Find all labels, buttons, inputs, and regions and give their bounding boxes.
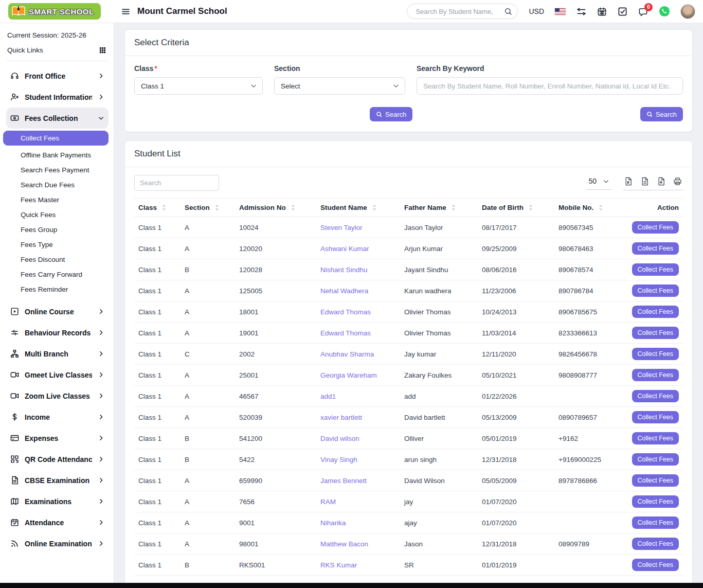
collect-fees-button[interactable]: Collect Fees — [632, 369, 679, 381]
sidebar-item-student-information[interactable]: Student Information — [6, 86, 109, 108]
student-name-link[interactable]: Steven Taylor — [320, 224, 363, 231]
sidebar-item-cbse-examination[interactable]: CBSE Examination — [6, 470, 109, 491]
calendar-icon[interactable] — [597, 7, 607, 16]
student-name-link[interactable]: Nehal Wadhera — [320, 287, 368, 295]
column-header-class[interactable]: Class — [134, 199, 181, 217]
student-name-link[interactable]: James Bennett — [320, 477, 367, 485]
logo-area: SMART SCHOOL — [0, 3, 114, 20]
user-avatar[interactable] — [681, 5, 695, 19]
sidebar-item-online-course[interactable]: Online Course — [6, 301, 109, 322]
class-select[interactable]: Class 1 — [134, 77, 263, 95]
section-select[interactable]: Select — [274, 77, 405, 95]
export-excel-icon[interactable] — [624, 177, 633, 186]
column-header-action: Action — [620, 199, 683, 217]
sidebar-subitem-quick-fees[interactable]: Quick Fees — [6, 207, 109, 222]
student-table: ClassSectionAdmission NoStudent NameFath… — [134, 198, 683, 576]
table-search-input[interactable] — [134, 175, 219, 191]
language-flag-icon[interactable] — [555, 8, 566, 15]
sidebar-subitem-fees-master[interactable]: Fees Master — [6, 192, 109, 207]
hamburger-menu-icon[interactable] — [121, 7, 130, 16]
sidebar-item-examinations[interactable]: Examinations — [6, 491, 109, 512]
export-pdf-icon[interactable] — [657, 177, 665, 186]
sidebar-subitem-search-due-fees[interactable]: Search Due Fees — [6, 177, 109, 192]
collect-fees-button[interactable]: Collect Fees — [632, 221, 679, 234]
column-header-student-name[interactable]: Student Name — [316, 199, 400, 217]
messages-icon[interactable]: 0 — [638, 7, 648, 16]
swap-arrows-icon[interactable] — [576, 7, 586, 16]
sidebar-item-expenses[interactable]: Expenses — [6, 427, 109, 449]
student-name-link[interactable]: David wilson — [320, 435, 359, 442]
student-name-link[interactable]: Matthew Bacon — [320, 540, 368, 548]
global-search-input[interactable] — [414, 7, 504, 16]
collect-fees-button[interactable]: Collect Fees — [632, 242, 679, 255]
sidebar-subitem-fees-carry-forward[interactable]: Fees Carry Forward — [6, 267, 109, 282]
student-name-link[interactable]: Edward Thomas — [320, 308, 371, 316]
collect-fees-button[interactable]: Collect Fees — [632, 411, 679, 423]
sidebar-item-fees-collection[interactable]: Fees Collection — [6, 108, 109, 129]
student-name-link[interactable]: Georgia Wareham — [320, 371, 377, 379]
student-name-link[interactable]: Ashwani Kumar — [320, 245, 369, 253]
collect-fees-button[interactable]: Collect Fees — [632, 474, 679, 487]
quick-links-label: Quick Links — [7, 46, 43, 54]
collect-fees-button[interactable]: Collect Fees — [632, 538, 679, 550]
main-content: Select Criteria Class* Class 1 Section S… — [114, 23, 703, 583]
keyword-input[interactable] — [417, 77, 683, 95]
student-name-link[interactable]: Nishant Sindhu — [320, 266, 368, 274]
sidebar-subitem-search-fees-payment[interactable]: Search Fees Payment — [6, 163, 109, 177]
collect-fees-button[interactable]: Collect Fees — [632, 306, 679, 318]
sidebar-item-online-examinations[interactable]: Online Examinations — [6, 533, 109, 554]
sidebar-subitem-collect-fees[interactable]: Collect Fees — [3, 131, 109, 146]
currency-selector[interactable]: USD — [529, 7, 544, 15]
quick-links[interactable]: Quick Links — [6, 45, 109, 61]
sidebar-menu: Front OfficeStudent InformationFees Coll… — [6, 65, 109, 554]
export-csv-icon[interactable] — [640, 177, 649, 186]
page-size-select[interactable]: 50 — [586, 176, 611, 190]
collect-fees-button[interactable]: Collect Fees — [632, 263, 679, 276]
search-button[interactable]: Search — [370, 107, 412, 121]
student-name-link[interactable]: RAM — [320, 498, 336, 506]
collect-fees-button[interactable]: Collect Fees — [632, 390, 679, 402]
sidebar-item-behaviour-records[interactable]: Behaviour Records — [6, 322, 109, 343]
column-header-section[interactable]: Section — [181, 199, 235, 217]
sidebar-item-income[interactable]: Income — [6, 406, 109, 427]
sidebar-item-multi-branch[interactable]: Multi Branch — [6, 343, 109, 364]
student-name-link[interactable]: Edward Thomas — [320, 329, 371, 337]
sidebar-subitem-fees-reminder[interactable]: Fees Reminder — [6, 282, 109, 297]
collect-fees-button[interactable]: Collect Fees — [632, 348, 679, 360]
collect-fees-button[interactable]: Collect Fees — [632, 284, 679, 297]
chevron-right-icon — [98, 498, 104, 505]
collect-fees-button[interactable]: Collect Fees — [632, 516, 679, 529]
calendar-check-icon — [10, 518, 19, 527]
collect-fees-button[interactable]: Collect Fees — [632, 495, 679, 508]
column-header-mobile-no[interactable]: Mobile No. — [554, 199, 620, 217]
student-name-link[interactable]: add1 — [320, 393, 336, 400]
student-name-link[interactable]: xavier bartlett — [320, 414, 362, 421]
sidebar-subitem-fees-discount[interactable]: Fees Discount — [6, 252, 109, 267]
whatsapp-icon[interactable] — [659, 6, 670, 17]
collect-fees-button[interactable]: Collect Fees — [632, 559, 679, 571]
keyword-search-button[interactable]: Search — [640, 107, 683, 121]
sidebar-subitem-offline-bank-payments[interactable]: Offline Bank Payments — [6, 148, 109, 163]
search-icon[interactable] — [504, 7, 512, 15]
collect-fees-button[interactable]: Collect Fees — [632, 453, 679, 466]
sidebar-subitem-fees-group[interactable]: Fees Group — [6, 222, 109, 237]
brand-logo[interactable]: SMART SCHOOL — [8, 3, 101, 20]
sidebar-item-front-office[interactable]: Front Office — [6, 65, 109, 86]
sidebar-item-attendance[interactable]: Attendance — [6, 512, 109, 533]
student-name-link[interactable]: Vinay Singh — [320, 456, 357, 464]
sidebar-item-zoom-live-classes[interactable]: Zoom Live Classes — [6, 385, 109, 406]
collect-fees-button[interactable]: Collect Fees — [632, 327, 679, 339]
print-icon[interactable] — [673, 177, 682, 186]
sidebar-subitem-fees-type[interactable]: Fees Type — [6, 237, 109, 252]
student-name-link[interactable]: Niharika — [320, 519, 346, 527]
chevron-right-icon — [98, 350, 104, 357]
sidebar-item-gmeet-live-classes[interactable]: Gmeet Live Classes — [6, 364, 109, 385]
column-header-date-of-birth[interactable]: Date of Birth — [478, 199, 554, 217]
task-check-icon[interactable] — [618, 7, 627, 16]
student-name-link[interactable]: RKS Kumar — [320, 561, 357, 569]
column-header-admission-no[interactable]: Admission No — [235, 199, 316, 217]
collect-fees-button[interactable]: Collect Fees — [632, 432, 679, 444]
column-header-father-name[interactable]: Father Name — [400, 199, 478, 217]
student-name-link[interactable]: Anubhav Sharma — [320, 350, 374, 358]
sidebar-item-qr-code-attendance[interactable]: QR Code Attendance — [6, 449, 109, 470]
